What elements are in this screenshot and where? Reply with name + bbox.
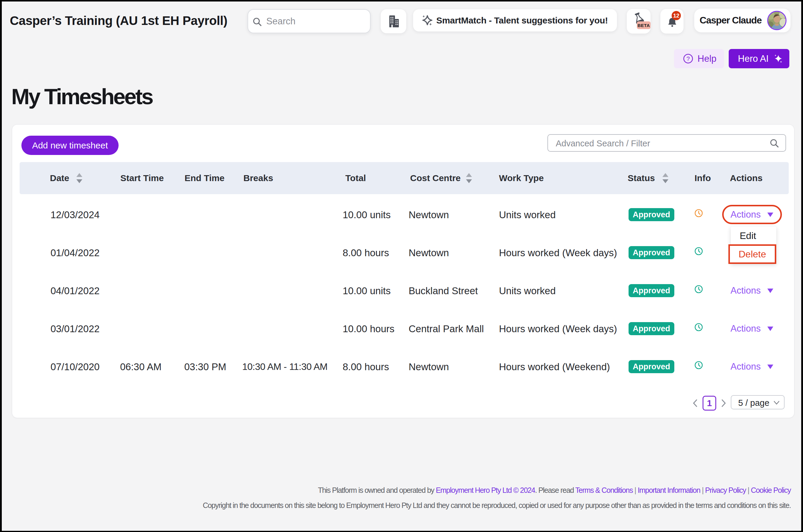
svg-text:?: ? <box>687 56 690 62</box>
